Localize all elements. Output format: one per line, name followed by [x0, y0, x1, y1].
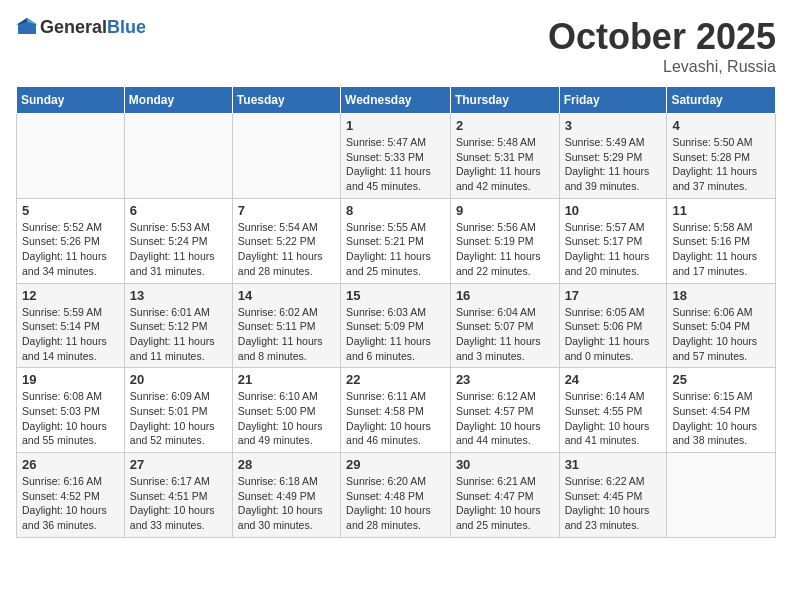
day-number: 28 — [238, 457, 335, 472]
calendar-cell: 6Sunrise: 5:53 AMSunset: 5:24 PMDaylight… — [124, 198, 232, 283]
day-info: Sunrise: 6:09 AMSunset: 5:01 PMDaylight:… — [130, 389, 227, 448]
calendar-cell: 1Sunrise: 5:47 AMSunset: 5:33 PMDaylight… — [341, 114, 451, 199]
calendar-week-row: 1Sunrise: 5:47 AMSunset: 5:33 PMDaylight… — [17, 114, 776, 199]
day-info: Sunrise: 6:22 AMSunset: 4:45 PMDaylight:… — [565, 474, 662, 533]
day-number: 22 — [346, 372, 445, 387]
day-info: Sunrise: 6:17 AMSunset: 4:51 PMDaylight:… — [130, 474, 227, 533]
calendar-cell: 4Sunrise: 5:50 AMSunset: 5:28 PMDaylight… — [667, 114, 776, 199]
day-number: 12 — [22, 288, 119, 303]
day-info: Sunrise: 5:59 AMSunset: 5:14 PMDaylight:… — [22, 305, 119, 364]
calendar-cell: 30Sunrise: 6:21 AMSunset: 4:47 PMDayligh… — [450, 453, 559, 538]
day-number: 30 — [456, 457, 554, 472]
day-number: 14 — [238, 288, 335, 303]
day-info: Sunrise: 5:50 AMSunset: 5:28 PMDaylight:… — [672, 135, 770, 194]
calendar-cell: 22Sunrise: 6:11 AMSunset: 4:58 PMDayligh… — [341, 368, 451, 453]
header-thursday: Thursday — [450, 87, 559, 114]
weekday-header-row: Sunday Monday Tuesday Wednesday Thursday… — [17, 87, 776, 114]
logo-text: GeneralBlue — [40, 17, 146, 38]
calendar-cell: 18Sunrise: 6:06 AMSunset: 5:04 PMDayligh… — [667, 283, 776, 368]
day-number: 9 — [456, 203, 554, 218]
logo: GeneralBlue — [16, 16, 146, 38]
day-number: 21 — [238, 372, 335, 387]
day-number: 11 — [672, 203, 770, 218]
header-friday: Friday — [559, 87, 667, 114]
day-info: Sunrise: 6:02 AMSunset: 5:11 PMDaylight:… — [238, 305, 335, 364]
calendar-week-row: 12Sunrise: 5:59 AMSunset: 5:14 PMDayligh… — [17, 283, 776, 368]
calendar-cell: 14Sunrise: 6:02 AMSunset: 5:11 PMDayligh… — [232, 283, 340, 368]
calendar-cell: 31Sunrise: 6:22 AMSunset: 4:45 PMDayligh… — [559, 453, 667, 538]
calendar-week-row: 5Sunrise: 5:52 AMSunset: 5:26 PMDaylight… — [17, 198, 776, 283]
calendar-cell: 20Sunrise: 6:09 AMSunset: 5:01 PMDayligh… — [124, 368, 232, 453]
day-number: 16 — [456, 288, 554, 303]
day-number: 1 — [346, 118, 445, 133]
calendar-cell: 15Sunrise: 6:03 AMSunset: 5:09 PMDayligh… — [341, 283, 451, 368]
day-info: Sunrise: 6:10 AMSunset: 5:00 PMDaylight:… — [238, 389, 335, 448]
calendar-cell: 9Sunrise: 5:56 AMSunset: 5:19 PMDaylight… — [450, 198, 559, 283]
day-number: 8 — [346, 203, 445, 218]
day-number: 26 — [22, 457, 119, 472]
calendar-cell: 12Sunrise: 5:59 AMSunset: 5:14 PMDayligh… — [17, 283, 125, 368]
day-number: 17 — [565, 288, 662, 303]
day-number: 29 — [346, 457, 445, 472]
calendar-cell: 8Sunrise: 5:55 AMSunset: 5:21 PMDaylight… — [341, 198, 451, 283]
location-title: Levashi, Russia — [548, 58, 776, 76]
day-info: Sunrise: 5:49 AMSunset: 5:29 PMDaylight:… — [565, 135, 662, 194]
day-info: Sunrise: 6:08 AMSunset: 5:03 PMDaylight:… — [22, 389, 119, 448]
calendar-cell — [232, 114, 340, 199]
day-info: Sunrise: 6:12 AMSunset: 4:57 PMDaylight:… — [456, 389, 554, 448]
calendar-cell: 3Sunrise: 5:49 AMSunset: 5:29 PMDaylight… — [559, 114, 667, 199]
day-number: 19 — [22, 372, 119, 387]
day-number: 20 — [130, 372, 227, 387]
day-info: Sunrise: 6:21 AMSunset: 4:47 PMDaylight:… — [456, 474, 554, 533]
calendar-cell: 2Sunrise: 5:48 AMSunset: 5:31 PMDaylight… — [450, 114, 559, 199]
day-number: 4 — [672, 118, 770, 133]
day-info: Sunrise: 5:56 AMSunset: 5:19 PMDaylight:… — [456, 220, 554, 279]
day-info: Sunrise: 5:54 AMSunset: 5:22 PMDaylight:… — [238, 220, 335, 279]
page-header: GeneralBlue October 2025 Levashi, Russia — [16, 16, 776, 76]
day-number: 18 — [672, 288, 770, 303]
calendar-cell: 11Sunrise: 5:58 AMSunset: 5:16 PMDayligh… — [667, 198, 776, 283]
calendar-cell: 29Sunrise: 6:20 AMSunset: 4:48 PMDayligh… — [341, 453, 451, 538]
day-info: Sunrise: 5:55 AMSunset: 5:21 PMDaylight:… — [346, 220, 445, 279]
day-info: Sunrise: 5:53 AMSunset: 5:24 PMDaylight:… — [130, 220, 227, 279]
calendar-cell: 28Sunrise: 6:18 AMSunset: 4:49 PMDayligh… — [232, 453, 340, 538]
calendar-cell — [17, 114, 125, 199]
day-info: Sunrise: 5:58 AMSunset: 5:16 PMDaylight:… — [672, 220, 770, 279]
day-number: 31 — [565, 457, 662, 472]
calendar-week-row: 19Sunrise: 6:08 AMSunset: 5:03 PMDayligh… — [17, 368, 776, 453]
calendar-cell — [124, 114, 232, 199]
calendar-cell: 17Sunrise: 6:05 AMSunset: 5:06 PMDayligh… — [559, 283, 667, 368]
day-info: Sunrise: 5:48 AMSunset: 5:31 PMDaylight:… — [456, 135, 554, 194]
logo-blue: Blue — [107, 17, 146, 37]
header-saturday: Saturday — [667, 87, 776, 114]
day-number: 3 — [565, 118, 662, 133]
header-monday: Monday — [124, 87, 232, 114]
calendar-cell: 7Sunrise: 5:54 AMSunset: 5:22 PMDaylight… — [232, 198, 340, 283]
logo-general: General — [40, 17, 107, 37]
calendar-cell: 16Sunrise: 6:04 AMSunset: 5:07 PMDayligh… — [450, 283, 559, 368]
day-info: Sunrise: 6:04 AMSunset: 5:07 PMDaylight:… — [456, 305, 554, 364]
day-number: 24 — [565, 372, 662, 387]
title-area: October 2025 Levashi, Russia — [548, 16, 776, 76]
calendar-cell: 26Sunrise: 6:16 AMSunset: 4:52 PMDayligh… — [17, 453, 125, 538]
calendar-cell: 10Sunrise: 5:57 AMSunset: 5:17 PMDayligh… — [559, 198, 667, 283]
calendar-cell: 27Sunrise: 6:17 AMSunset: 4:51 PMDayligh… — [124, 453, 232, 538]
day-info: Sunrise: 5:57 AMSunset: 5:17 PMDaylight:… — [565, 220, 662, 279]
header-sunday: Sunday — [17, 87, 125, 114]
day-number: 10 — [565, 203, 662, 218]
calendar-cell — [667, 453, 776, 538]
calendar-cell: 5Sunrise: 5:52 AMSunset: 5:26 PMDaylight… — [17, 198, 125, 283]
month-title: October 2025 — [548, 16, 776, 58]
day-info: Sunrise: 6:06 AMSunset: 5:04 PMDaylight:… — [672, 305, 770, 364]
day-info: Sunrise: 6:05 AMSunset: 5:06 PMDaylight:… — [565, 305, 662, 364]
header-tuesday: Tuesday — [232, 87, 340, 114]
header-wednesday: Wednesday — [341, 87, 451, 114]
day-info: Sunrise: 6:18 AMSunset: 4:49 PMDaylight:… — [238, 474, 335, 533]
day-info: Sunrise: 6:01 AMSunset: 5:12 PMDaylight:… — [130, 305, 227, 364]
calendar-table: Sunday Monday Tuesday Wednesday Thursday… — [16, 86, 776, 538]
day-number: 5 — [22, 203, 119, 218]
day-number: 23 — [456, 372, 554, 387]
day-info: Sunrise: 6:03 AMSunset: 5:09 PMDaylight:… — [346, 305, 445, 364]
day-info: Sunrise: 6:14 AMSunset: 4:55 PMDaylight:… — [565, 389, 662, 448]
day-info: Sunrise: 6:16 AMSunset: 4:52 PMDaylight:… — [22, 474, 119, 533]
